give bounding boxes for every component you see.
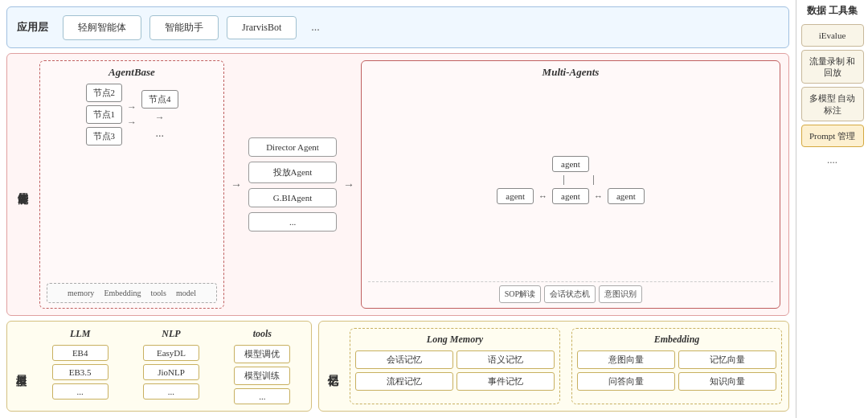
sop-item-0: SOP解读 <box>499 285 541 303</box>
app-layer-label: 应用层 <box>17 20 48 35</box>
mem-model: model <box>173 287 199 299</box>
mem-memory: memory <box>64 287 97 299</box>
app-item-0: 轻舸智能体 <box>63 15 141 40</box>
llm-item-0: EB4 <box>52 345 108 361</box>
arrow-director-multi: → <box>343 60 354 309</box>
app-item-2: JrarvisBot <box>227 16 297 39</box>
model-layer: 模型层 LLM EB4 EB3.5 ... NLP EasyDL JioNLP … <box>6 321 312 412</box>
director-agent: Director Agent <box>248 137 337 157</box>
model-layer-label: 模型层 <box>14 328 28 404</box>
model-group-nlp: NLP EasyDL JioNLP ... <box>129 328 213 404</box>
agent-right: agent <box>608 188 645 204</box>
sop-item-2: 意图识别 <box>599 285 642 303</box>
long-mem-2: 流程记忆 <box>355 372 453 391</box>
agent-left: agent <box>497 188 534 204</box>
llm-item-1: EB3.5 <box>52 364 108 380</box>
llm-title: LLM <box>70 328 90 340</box>
long-mem-1: 语义记忆 <box>457 350 555 369</box>
agents-graph: agent agent ↔ agent ↔ agent <box>368 84 773 277</box>
agent-base-title: AgentBase <box>47 66 217 79</box>
long-memory-title: Long Memory <box>355 334 555 346</box>
tools-item-0: 模型调优 <box>234 345 290 363</box>
multi-agents-title: Multi-Agents <box>368 66 773 79</box>
gbi-agent: G.BIAgent <box>248 188 337 207</box>
director-area: Director Agent 投放Agent G.BIAgent ... <box>248 60 337 309</box>
long-mem-3: 事件记忆 <box>457 372 555 391</box>
nodes-ellipsis: ... <box>149 127 171 140</box>
embedding-grid: 意图向量 记忆向量 问答向量 知识向量 <box>577 350 776 391</box>
sidebar-title: 数据 工具集 <box>807 5 858 18</box>
tools-title: tools <box>253 328 272 340</box>
bottom-section: 模型层 LLM EB4 EB3.5 ... NLP EasyDL JioNLP … <box>6 321 789 412</box>
embedding-group: Embedding 意图向量 记忆向量 问答向量 知识向量 <box>571 328 782 404</box>
sidebar-prompt[interactable]: Prompt 管理 <box>801 125 864 147</box>
intel-layer: 智能体层 AgentBase 节点2 节点1 节点3 <box>6 53 789 316</box>
tools-item-2: ... <box>234 388 290 404</box>
multi-agents: Multi-Agents agent agent ↔ agent ↔ agent <box>361 60 780 309</box>
arrow-to-node4b: → <box>127 117 137 129</box>
embed-1: 记忆向量 <box>678 350 776 369</box>
main-content: 应用层 轻舸智能体 智能助手 JrarvisBot ... 智能体层 Agent… <box>0 0 796 418</box>
memory-layer: 记忆层 Long Memory 会话记忆 语义记忆 流程记忆 事件记忆 Embe… <box>318 321 789 412</box>
top-agent-row: agent <box>552 156 589 172</box>
nlp-title: NLP <box>162 328 180 340</box>
embed-2: 问答向量 <box>577 372 675 391</box>
double-arrow-1: ↔ <box>538 191 547 201</box>
llm-item-2: ... <box>52 383 108 400</box>
director-ellipsis: ... <box>248 212 337 232</box>
mem-tools: tools <box>147 287 169 299</box>
sidebar-traffic[interactable]: 流量录制 和回放 <box>801 50 864 84</box>
tools-item-1: 模型训练 <box>234 367 290 385</box>
sidebar-ievalue[interactable]: iEvalue <box>801 24 864 47</box>
embedding-title: Embedding <box>577 334 776 346</box>
node4: 节点4 <box>141 90 178 109</box>
memory-row: memory Embedding tools model <box>47 283 217 303</box>
sidebar-multimodel[interactable]: 多模型 自动标注 <box>801 87 864 121</box>
nodes-row-top: 节点2 节点1 节点3 → → 节点4 <box>47 84 217 145</box>
sop-row: SOP解读 会话状态机 意图识别 <box>368 281 773 303</box>
node2: 节点2 <box>86 84 123 102</box>
node1: 节点1 <box>86 105 123 124</box>
long-memory-group: Long Memory 会话记忆 语义记忆 流程记忆 事件记忆 <box>350 328 560 404</box>
nlp-item-0: EasyDL <box>143 345 199 361</box>
sidebar-more: .... <box>827 154 837 166</box>
tofang-agent: 投放Agent <box>248 162 337 183</box>
agent-top: agent <box>552 156 589 172</box>
nodes-area: 节点2 节点1 节点3 → → 节点4 <box>47 84 217 278</box>
nlp-item-2: ... <box>143 383 199 400</box>
app-item-1: 智能助手 <box>149 15 219 40</box>
sop-item-1: 会话状态机 <box>544 285 596 303</box>
agent-base: AgentBase 节点2 节点1 节点3 <box>39 60 224 309</box>
app-ellipsis: ... <box>305 21 326 34</box>
embed-0: 意图向量 <box>577 350 675 369</box>
model-group-tools: tools 模型调优 模型训练 ... <box>220 328 305 404</box>
memory-layer-label: 记忆层 <box>326 328 340 404</box>
model-group-llm: LLM EB4 EB3.5 ... <box>38 328 122 404</box>
long-memory-grid: 会话记忆 语义记忆 流程记忆 事件记忆 <box>355 350 555 391</box>
embed-3: 知识向量 <box>678 372 776 391</box>
double-arrow-2: ↔ <box>594 191 603 201</box>
arrow-agentbase-director: → <box>231 60 242 309</box>
arrow-ellipsis: → <box>155 112 165 124</box>
mem-embedding: Embedding <box>100 287 144 299</box>
arrow-to-node4: → <box>127 101 137 113</box>
app-layer: 应用层 轻舸智能体 智能助手 JrarvisBot ... <box>6 6 789 48</box>
agent-center: agent <box>552 188 589 204</box>
intel-layer-label: 智能体层 <box>15 60 30 309</box>
long-mem-0: 会话记忆 <box>355 350 453 369</box>
node3: 节点3 <box>86 127 123 145</box>
nlp-item-1: JioNLP <box>143 364 199 380</box>
bottom-agents-row: agent ↔ agent ↔ agent <box>497 188 644 204</box>
sidebar: 数据 工具集 iEvalue 流量录制 和回放 多模型 自动标注 Prompt … <box>796 0 868 418</box>
